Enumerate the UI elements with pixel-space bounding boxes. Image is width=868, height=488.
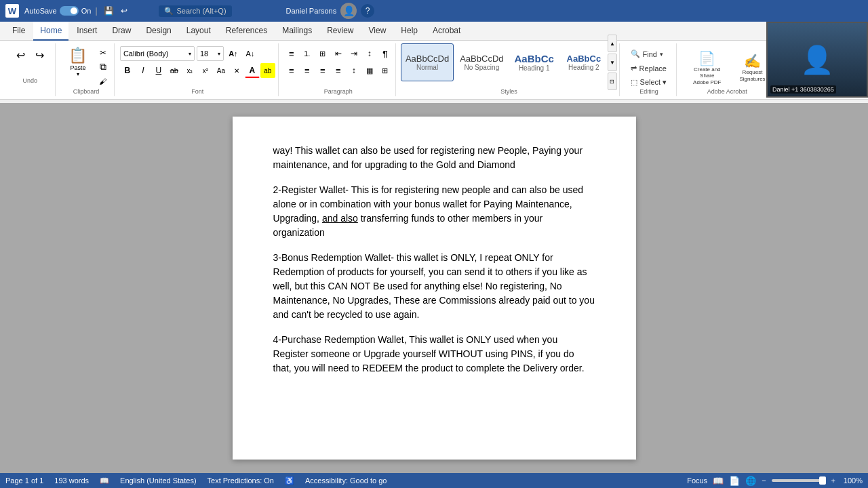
tab-mailings[interactable]: Mailings (275, 22, 319, 41)
change-case-button[interactable]: Aa (214, 63, 229, 78)
find-button[interactable]: 🔍 Find ▾ (627, 47, 667, 60)
replace-button[interactable]: ⇌ Replace (627, 62, 671, 75)
document-area[interactable]: way! This wallet can also be used for re… (0, 103, 868, 473)
help-icon[interactable]: ? (361, 4, 374, 18)
word-icon: W (5, 4, 19, 18)
style-heading1[interactable]: AaBbCc Heading 1 (510, 43, 559, 81)
styles-group: AaBbCcDd Normal AaBbCcDd No Spacing AaBb… (399, 43, 619, 96)
select-button[interactable]: ⬚ Select ▾ (627, 76, 671, 89)
styles-scroll-down[interactable]: ▼ (608, 54, 617, 71)
borders-button[interactable]: ⊞ (378, 63, 393, 78)
accessibility-icon[interactable]: ♿ (285, 476, 294, 485)
print-layout-icon[interactable]: 📄 (729, 476, 740, 486)
decrease-font-button[interactable]: A↓ (243, 46, 258, 61)
zoom-thumb (819, 476, 826, 485)
autosave-toggle[interactable] (60, 6, 79, 16)
indent-increase-button[interactable]: ⇥ (347, 46, 361, 61)
paste-button[interactable]: 📋 Paste ▾ (62, 45, 94, 80)
paragraph-3: 2-Register Wallet- This is for registeri… (273, 183, 595, 240)
autosave-area: AutoSave On (24, 6, 91, 16)
text-predictions: Text Predictions: On (208, 476, 274, 485)
align-center-button[interactable]: ≡ (300, 63, 315, 78)
adobe-label: Adobe Acrobat (679, 88, 775, 95)
user-avatar[interactable]: 👤 (340, 3, 357, 19)
show-marks-button[interactable]: ¶ (378, 46, 393, 61)
zoom-in-button[interactable]: + (831, 476, 835, 485)
document-page[interactable]: way! This wallet can also be used for re… (233, 117, 636, 460)
create-share-pdf-button[interactable]: 📄 Create and ShareAdobe PDF (684, 47, 731, 88)
style-heading2[interactable]: AaBbCc Heading 2 (560, 43, 608, 81)
spelling-check-icon[interactable]: 📖 (100, 476, 109, 485)
paste-dropdown[interactable]: ▾ (77, 71, 79, 77)
zoom-out-button[interactable]: − (762, 476, 766, 485)
styles-label: Styles (399, 88, 618, 95)
justify-button[interactable]: ≡ (331, 63, 346, 78)
request-signatures-button[interactable]: ✍ RequestSignatures (734, 47, 771, 88)
font-name-chevron: ▾ (189, 51, 191, 57)
tab-home[interactable]: Home (33, 22, 68, 41)
undo-button[interactable]: ↩ (12, 46, 29, 64)
font-color-button[interactable]: A (245, 63, 260, 78)
title-bar: W AutoSave On | 💾 ↩ 🔍 Search (Alt+Q) Dan… (0, 0, 868, 22)
paragraph-1: way! This wallet can also be used for re… (273, 144, 595, 172)
font-size-selector[interactable]: 18 ▾ (197, 46, 224, 61)
cut-button[interactable]: ✂ (96, 46, 111, 59)
zoom-level[interactable]: 100% (841, 476, 863, 485)
focus-button[interactable]: Focus (687, 476, 707, 485)
tab-review[interactable]: Review (320, 22, 360, 41)
sort-button[interactable]: ↕ (362, 46, 377, 61)
replace-icon: ⇌ (631, 64, 637, 73)
adobe-create-icon: 📄 (698, 50, 715, 66)
highlight-button[interactable]: ab (260, 63, 275, 78)
paragraph-7: 4-Purchase Redemption Wallet, This walle… (273, 333, 595, 375)
tab-file[interactable]: File (5, 22, 32, 41)
align-left-button[interactable]: ≡ (284, 63, 299, 78)
bold-button[interactable]: B (120, 63, 135, 78)
superscript-button[interactable]: x² (198, 63, 213, 78)
paragraph-label: Paragraph (281, 88, 396, 95)
find-chevron: ▾ (660, 51, 663, 58)
undo-group: ↩ ↪ Undo (5, 43, 56, 96)
tab-references[interactable]: References (219, 22, 274, 41)
web-layout-icon[interactable]: 🌐 (745, 476, 756, 486)
style-normal[interactable]: AaBbCcDd Normal (401, 43, 454, 81)
clear-format-button[interactable]: ✕ (229, 63, 244, 78)
shading-button[interactable]: ▦ (362, 63, 377, 78)
read-mode-icon[interactable]: 📖 (713, 476, 724, 486)
font-label: Font (117, 88, 277, 95)
tab-layout[interactable]: Layout (180, 22, 218, 41)
indent-decrease-button[interactable]: ⇤ (331, 46, 346, 61)
tab-view[interactable]: View (362, 22, 393, 41)
clipboard-group: 📋 Paste ▾ ✂ ⧉ 🖌 Clipboard (58, 43, 115, 96)
paragraph-group: ≡ 1. ⊞ ⇤ ⇥ ↕ ¶ ≡ ≡ ≡ ≡ ↕ ▦ ⊞ P (281, 43, 397, 96)
strikethrough-button[interactable]: ab (167, 63, 182, 78)
line-spacing-button[interactable]: ↕ (347, 63, 361, 78)
numbering-button[interactable]: 1. (300, 46, 315, 61)
save-button[interactable]: 💾 (102, 3, 117, 18)
multilevel-button[interactable]: ⊞ (315, 46, 330, 61)
format-painter-button[interactable]: 🖌 (96, 75, 111, 88)
tab-draw[interactable]: Draw (105, 22, 138, 41)
increase-font-button[interactable]: A↑ (226, 46, 241, 61)
bullets-button[interactable]: ≡ (284, 46, 299, 61)
clipboard-label: Clipboard (58, 88, 115, 95)
subscript-button[interactable]: x₂ (182, 63, 197, 78)
align-right-button[interactable]: ≡ (315, 63, 330, 78)
search-box[interactable]: 🔍 Search (Alt+Q) (159, 5, 232, 17)
styles-scroll-up[interactable]: ▲ (608, 35, 617, 52)
select-icon: ⬚ (631, 78, 637, 87)
zoom-slider[interactable] (772, 479, 826, 482)
font-name-selector[interactable]: Calibri (Body) ▾ (120, 46, 195, 61)
underline-button[interactable]: U (151, 63, 166, 78)
tab-design[interactable]: Design (139, 22, 178, 41)
tab-acrobat[interactable]: Acrobat (426, 22, 467, 41)
undo-title-button[interactable]: ↩ (117, 3, 132, 18)
italic-button[interactable]: I (136, 63, 151, 78)
autosave-state: On (81, 7, 92, 15)
tab-insert[interactable]: Insert (70, 22, 104, 41)
copy-button[interactable]: ⧉ (96, 60, 111, 73)
language[interactable]: English (United States) (120, 476, 197, 485)
style-no-spacing[interactable]: AaBbCcDd No Spacing (455, 43, 508, 81)
tab-help[interactable]: Help (394, 22, 425, 41)
redo-button[interactable]: ↪ (31, 46, 48, 64)
